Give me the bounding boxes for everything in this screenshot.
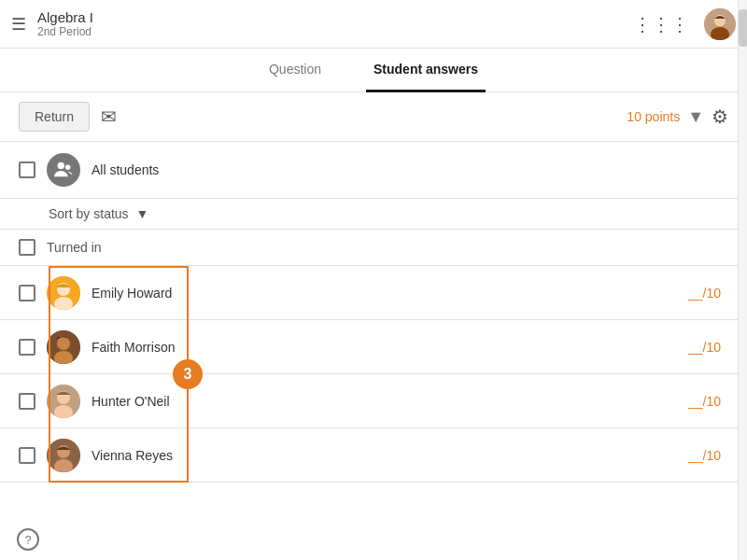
student-row[interactable]: Hunter O'Neil __/10 (0, 374, 747, 428)
settings-icon[interactable]: ⚙ (712, 105, 728, 128)
score-hunter: __/10 (688, 394, 721, 409)
header-right: ⋮⋮⋮ (633, 8, 736, 40)
tab-student-answers[interactable]: Student answers (366, 49, 486, 92)
menu-icon[interactable]: ☰ (11, 14, 26, 35)
grid-icon[interactable]: ⋮⋮⋮ (633, 13, 689, 35)
section-title: Turned in (47, 240, 102, 255)
points-label: 10 points (627, 109, 680, 124)
mail-icon[interactable]: ✉ (101, 105, 117, 128)
student-checkbox-faith[interactable] (19, 339, 35, 356)
svg-point-10 (57, 337, 70, 350)
student-row[interactable]: Emily Howard __/10 (0, 266, 747, 320)
section-checkbox[interactable] (19, 239, 35, 256)
students-container: 3 Emily Howard __/10 (0, 266, 747, 483)
student-row[interactable]: Vienna Reyes __/10 (0, 428, 747, 483)
scrollbar-thumb[interactable] (739, 9, 747, 47)
score-vienna: __/10 (688, 448, 721, 463)
student-checkbox-emily[interactable] (19, 285, 35, 301)
student-name-faith: Faith Morrison (92, 340, 175, 355)
return-button[interactable]: Return (19, 102, 90, 132)
student-name-emily: Emily Howard (92, 286, 172, 301)
avatar-emily (47, 276, 80, 310)
tab-question[interactable]: Question (261, 49, 329, 92)
all-students-checkbox[interactable] (19, 161, 35, 178)
all-students-label: All students (92, 162, 159, 177)
sort-label: Sort by status (49, 206, 129, 221)
student-name-hunter: Hunter O'Neil (92, 394, 170, 409)
score-emily: __/10 (688, 286, 721, 301)
avatar-hunter (47, 385, 80, 418)
student-name-vienna: Vienna Reyes (92, 448, 173, 463)
group-icon (47, 153, 80, 187)
student-checkbox-hunter[interactable] (19, 393, 35, 410)
student-row[interactable]: Faith Morrison __/10 (0, 320, 747, 374)
toolbar-right: 10 points ▼ ⚙ (627, 105, 728, 128)
student-info-vienna: Vienna Reyes (19, 439, 196, 472)
sort-row: Sort by status ▼ (0, 199, 747, 230)
toolbar: Return ✉ 10 points ▼ ⚙ (0, 92, 747, 142)
app-title: Algebra I 2nd Period (37, 9, 93, 38)
app-subtitle: 2nd Period (37, 25, 93, 38)
sort-dropdown-icon[interactable]: ▼ (136, 206, 149, 221)
student-checkbox-vienna[interactable] (19, 447, 35, 464)
help-icon[interactable]: ? (17, 528, 39, 551)
header-left: ☰ Algebra I 2nd Period (11, 9, 93, 38)
user-avatar[interactable] (704, 8, 736, 40)
tabs-bar: Question Student answers (0, 49, 747, 92)
avatar-vienna (47, 439, 80, 472)
scrollbar[interactable] (738, 0, 747, 560)
section-header: Turned in (0, 230, 747, 266)
svg-point-4 (58, 162, 64, 169)
selection-badge: 3 (173, 359, 203, 389)
all-students-row: All students (0, 142, 747, 199)
toolbar-left: Return ✉ (19, 102, 117, 132)
header: ☰ Algebra I 2nd Period ⋮⋮⋮ (0, 0, 747, 49)
score-faith: __/10 (688, 340, 721, 355)
student-info-hunter: Hunter O'Neil (19, 385, 196, 418)
points-dropdown-icon[interactable]: ▼ (687, 107, 704, 127)
app-title-main: Algebra I (37, 9, 93, 25)
svg-point-5 (65, 165, 71, 171)
student-info-emily: Emily Howard (19, 276, 196, 310)
avatar-faith (47, 330, 80, 364)
student-info-faith: Faith Morrison (19, 330, 196, 364)
